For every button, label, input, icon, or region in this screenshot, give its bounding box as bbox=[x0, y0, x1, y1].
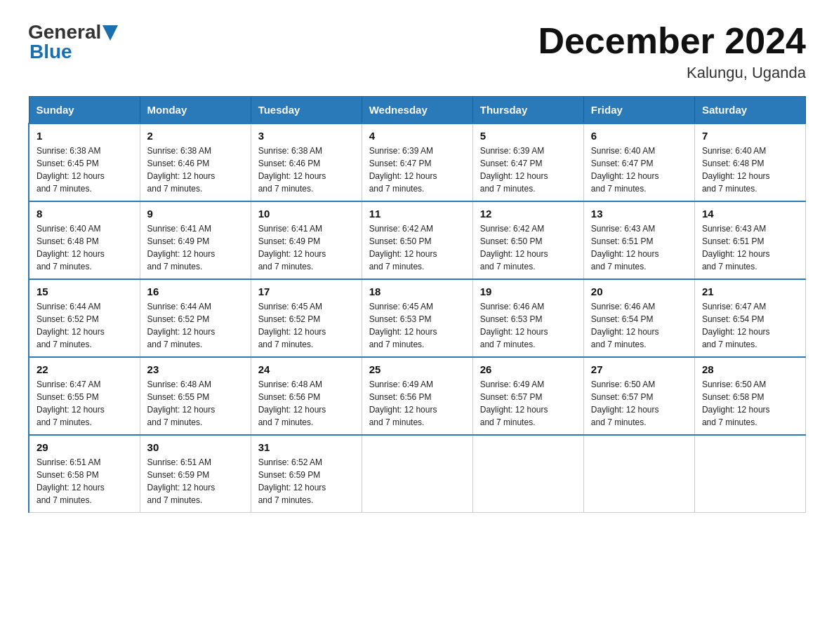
week-row-5: 29Sunrise: 6:51 AMSunset: 6:58 PMDayligh… bbox=[29, 435, 806, 513]
calendar-cell: 3Sunrise: 6:38 AMSunset: 6:46 PMDaylight… bbox=[251, 123, 362, 201]
day-info: Sunrise: 6:48 AMSunset: 6:55 PMDaylight:… bbox=[147, 378, 244, 429]
col-header-friday: Friday bbox=[583, 97, 694, 124]
day-info: Sunrise: 6:39 AMSunset: 6:47 PMDaylight:… bbox=[480, 145, 576, 195]
calendar-cell: 10Sunrise: 6:41 AMSunset: 6:49 PMDayligh… bbox=[251, 201, 362, 279]
day-number: 31 bbox=[258, 441, 355, 453]
logo: General Blue bbox=[28, 21, 118, 63]
col-header-wednesday: Wednesday bbox=[362, 97, 472, 124]
day-number: 5 bbox=[480, 130, 576, 142]
day-number: 11 bbox=[369, 208, 465, 220]
logo-blue: Blue bbox=[29, 41, 72, 63]
day-info: Sunrise: 6:40 AMSunset: 6:48 PMDaylight:… bbox=[702, 145, 798, 195]
calendar-cell: 6Sunrise: 6:40 AMSunset: 6:47 PMDaylight… bbox=[583, 123, 694, 201]
col-header-tuesday: Tuesday bbox=[251, 97, 362, 124]
day-number: 3 bbox=[258, 130, 355, 142]
day-number: 14 bbox=[702, 208, 798, 220]
day-number: 30 bbox=[147, 441, 244, 453]
day-info: Sunrise: 6:45 AMSunset: 6:52 PMDaylight:… bbox=[258, 300, 355, 351]
calendar-cell: 18Sunrise: 6:45 AMSunset: 6:53 PMDayligh… bbox=[362, 279, 472, 357]
day-number: 6 bbox=[591, 130, 687, 142]
day-info: Sunrise: 6:51 AMSunset: 6:59 PMDaylight:… bbox=[147, 456, 244, 507]
calendar-cell: 12Sunrise: 6:42 AMSunset: 6:50 PMDayligh… bbox=[472, 201, 583, 279]
days-header-row: SundayMondayTuesdayWednesdayThursdayFrid… bbox=[29, 97, 806, 124]
day-info: Sunrise: 6:52 AMSunset: 6:59 PMDaylight:… bbox=[258, 456, 355, 507]
calendar-cell: 5Sunrise: 6:39 AMSunset: 6:47 PMDaylight… bbox=[472, 123, 583, 201]
day-info: Sunrise: 6:42 AMSunset: 6:50 PMDaylight:… bbox=[369, 222, 465, 273]
calendar-cell: 2Sunrise: 6:38 AMSunset: 6:46 PMDaylight… bbox=[140, 123, 251, 201]
day-info: Sunrise: 6:50 AMSunset: 6:57 PMDaylight:… bbox=[591, 378, 687, 429]
calendar-cell: 13Sunrise: 6:43 AMSunset: 6:51 PMDayligh… bbox=[583, 201, 694, 279]
day-info: Sunrise: 6:44 AMSunset: 6:52 PMDaylight:… bbox=[147, 300, 244, 351]
day-number: 27 bbox=[591, 363, 687, 375]
svg-marker-0 bbox=[102, 25, 118, 41]
calendar-cell: 23Sunrise: 6:48 AMSunset: 6:55 PMDayligh… bbox=[140, 357, 251, 435]
day-info: Sunrise: 6:40 AMSunset: 6:48 PMDaylight:… bbox=[37, 222, 133, 273]
col-header-sunday: Sunday bbox=[29, 97, 140, 124]
calendar-cell bbox=[694, 435, 805, 513]
day-number: 7 bbox=[702, 130, 798, 142]
calendar-cell: 16Sunrise: 6:44 AMSunset: 6:52 PMDayligh… bbox=[140, 279, 251, 357]
calendar-cell bbox=[583, 435, 694, 513]
calendar-cell: 21Sunrise: 6:47 AMSunset: 6:54 PMDayligh… bbox=[694, 279, 805, 357]
calendar-cell: 8Sunrise: 6:40 AMSunset: 6:48 PMDaylight… bbox=[29, 201, 140, 279]
day-info: Sunrise: 6:38 AMSunset: 6:45 PMDaylight:… bbox=[37, 145, 133, 195]
month-year-title: December 2024 bbox=[538, 21, 806, 61]
week-row-1: 1Sunrise: 6:38 AMSunset: 6:45 PMDaylight… bbox=[29, 123, 806, 201]
day-info: Sunrise: 6:42 AMSunset: 6:50 PMDaylight:… bbox=[480, 222, 576, 273]
calendar-cell: 29Sunrise: 6:51 AMSunset: 6:58 PMDayligh… bbox=[29, 435, 140, 513]
day-info: Sunrise: 6:43 AMSunset: 6:51 PMDaylight:… bbox=[702, 222, 798, 273]
week-row-3: 15Sunrise: 6:44 AMSunset: 6:52 PMDayligh… bbox=[29, 279, 806, 357]
location-label: Kalungu, Uganda bbox=[538, 64, 806, 82]
week-row-2: 8Sunrise: 6:40 AMSunset: 6:48 PMDaylight… bbox=[29, 201, 806, 279]
calendar-cell: 22Sunrise: 6:47 AMSunset: 6:55 PMDayligh… bbox=[29, 357, 140, 435]
day-number: 13 bbox=[591, 208, 687, 220]
calendar-cell: 14Sunrise: 6:43 AMSunset: 6:51 PMDayligh… bbox=[694, 201, 805, 279]
day-number: 4 bbox=[369, 130, 465, 142]
title-section: December 2024 Kalungu, Uganda bbox=[538, 21, 806, 82]
calendar-cell: 15Sunrise: 6:44 AMSunset: 6:52 PMDayligh… bbox=[29, 279, 140, 357]
day-info: Sunrise: 6:47 AMSunset: 6:54 PMDaylight:… bbox=[702, 300, 798, 351]
day-number: 18 bbox=[369, 286, 465, 297]
day-info: Sunrise: 6:38 AMSunset: 6:46 PMDaylight:… bbox=[258, 145, 355, 195]
calendar-cell: 17Sunrise: 6:45 AMSunset: 6:52 PMDayligh… bbox=[251, 279, 362, 357]
calendar-cell: 27Sunrise: 6:50 AMSunset: 6:57 PMDayligh… bbox=[583, 357, 694, 435]
calendar-cell: 26Sunrise: 6:49 AMSunset: 6:57 PMDayligh… bbox=[472, 357, 583, 435]
calendar-cell: 31Sunrise: 6:52 AMSunset: 6:59 PMDayligh… bbox=[251, 435, 362, 513]
calendar-cell: 28Sunrise: 6:50 AMSunset: 6:58 PMDayligh… bbox=[694, 357, 805, 435]
calendar-cell: 1Sunrise: 6:38 AMSunset: 6:45 PMDaylight… bbox=[29, 123, 140, 201]
day-number: 20 bbox=[591, 286, 687, 297]
calendar-cell bbox=[472, 435, 583, 513]
day-number: 19 bbox=[480, 286, 576, 297]
day-info: Sunrise: 6:41 AMSunset: 6:49 PMDaylight:… bbox=[258, 222, 355, 273]
day-info: Sunrise: 6:51 AMSunset: 6:58 PMDaylight:… bbox=[37, 456, 133, 507]
day-info: Sunrise: 6:41 AMSunset: 6:49 PMDaylight:… bbox=[147, 222, 244, 273]
calendar-cell: 11Sunrise: 6:42 AMSunset: 6:50 PMDayligh… bbox=[362, 201, 472, 279]
calendar-cell: 9Sunrise: 6:41 AMSunset: 6:49 PMDaylight… bbox=[140, 201, 251, 279]
day-info: Sunrise: 6:50 AMSunset: 6:58 PMDaylight:… bbox=[702, 378, 798, 429]
calendar-table: SundayMondayTuesdayWednesdayThursdayFrid… bbox=[28, 96, 806, 513]
day-info: Sunrise: 6:45 AMSunset: 6:53 PMDaylight:… bbox=[369, 300, 465, 351]
day-number: 12 bbox=[480, 208, 576, 220]
day-info: Sunrise: 6:49 AMSunset: 6:57 PMDaylight:… bbox=[480, 378, 576, 429]
day-number: 29 bbox=[37, 441, 133, 453]
day-number: 24 bbox=[258, 363, 355, 375]
col-header-monday: Monday bbox=[140, 97, 251, 124]
calendar-cell: 7Sunrise: 6:40 AMSunset: 6:48 PMDaylight… bbox=[694, 123, 805, 201]
day-info: Sunrise: 6:39 AMSunset: 6:47 PMDaylight:… bbox=[369, 145, 465, 195]
calendar-cell: 24Sunrise: 6:48 AMSunset: 6:56 PMDayligh… bbox=[251, 357, 362, 435]
day-number: 1 bbox=[37, 130, 133, 142]
day-info: Sunrise: 6:38 AMSunset: 6:46 PMDaylight:… bbox=[147, 145, 244, 195]
day-number: 8 bbox=[37, 208, 133, 220]
day-info: Sunrise: 6:47 AMSunset: 6:55 PMDaylight:… bbox=[37, 378, 133, 429]
day-number: 10 bbox=[258, 208, 355, 220]
day-number: 9 bbox=[147, 208, 244, 220]
week-row-4: 22Sunrise: 6:47 AMSunset: 6:55 PMDayligh… bbox=[29, 357, 806, 435]
col-header-saturday: Saturday bbox=[694, 97, 805, 124]
day-info: Sunrise: 6:48 AMSunset: 6:56 PMDaylight:… bbox=[258, 378, 355, 429]
day-info: Sunrise: 6:46 AMSunset: 6:54 PMDaylight:… bbox=[591, 300, 687, 351]
day-info: Sunrise: 6:49 AMSunset: 6:56 PMDaylight:… bbox=[369, 378, 465, 429]
day-number: 28 bbox=[702, 363, 798, 375]
calendar-cell: 19Sunrise: 6:46 AMSunset: 6:53 PMDayligh… bbox=[472, 279, 583, 357]
calendar-cell: 25Sunrise: 6:49 AMSunset: 6:56 PMDayligh… bbox=[362, 357, 472, 435]
day-info: Sunrise: 6:43 AMSunset: 6:51 PMDaylight:… bbox=[591, 222, 687, 273]
